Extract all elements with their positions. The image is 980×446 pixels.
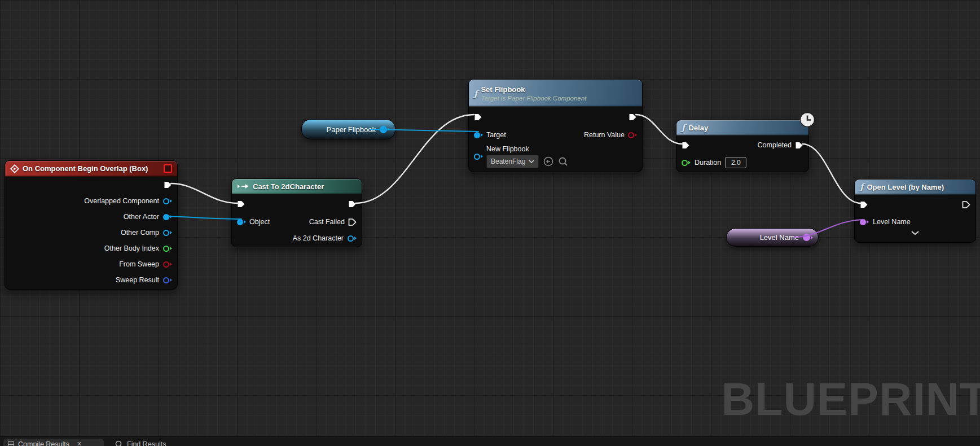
- exec-in-pin[interactable]: [237, 200, 245, 208]
- flipbook-asset-value: BeatenFlag: [491, 158, 525, 165]
- cast-icon: [237, 183, 249, 190]
- pin-label: Overlapped Component: [84, 197, 159, 205]
- event-node-title: On Component Begin Overlap (Box): [23, 164, 148, 173]
- pin-label: Completed: [758, 141, 792, 149]
- node-on-component-begin-overlap[interactable]: On Component Begin Overlap (Box) Overlap…: [5, 160, 178, 290]
- exec-wire-delay-to-openlevel[interactable]: [802, 144, 861, 203]
- pin-label: Cast Failed: [309, 218, 345, 226]
- paper-flipbook-out-pin[interactable]: [380, 126, 390, 133]
- pin-label: As 2d Character: [293, 234, 344, 242]
- node-open-level[interactable]: ƒ Open Level (by Name) Level Name: [854, 179, 976, 243]
- node-delay[interactable]: ƒ Delay Completed Duration 2.0: [676, 120, 809, 172]
- exec-in-pin[interactable]: [682, 141, 690, 150]
- pin-label: From Sweep: [119, 260, 159, 268]
- pin-row: Other Comp: [5, 225, 177, 241]
- pin-row: Sweep Result: [5, 272, 177, 288]
- delay-header[interactable]: ƒ Delay: [676, 120, 808, 135]
- exec-out-pin[interactable]: [962, 200, 970, 209]
- object-pin[interactable]: [237, 219, 246, 225]
- data-wire-otheractor-to-object[interactable]: [169, 216, 241, 219]
- open-level-title: Open Level (by Name): [867, 183, 944, 191]
- browse-asset-icon[interactable]: [558, 156, 568, 167]
- pin-label: Duration: [695, 159, 721, 167]
- pin-label: Other Body Index: [104, 244, 159, 252]
- duration-value-input[interactable]: 2.0: [725, 157, 746, 168]
- level-name-pin[interactable]: [860, 219, 869, 225]
- sweep-result-pin[interactable]: [163, 277, 172, 283]
- set-flipbook-subtitle: Target is Paper Flipbook Component: [481, 94, 586, 102]
- function-icon: ƒ: [682, 124, 685, 132]
- variable-level-name[interactable]: Level Name: [726, 228, 819, 247]
- pin-label: Sweep Result: [116, 276, 159, 284]
- new-flipbook-pin[interactable]: [474, 154, 483, 160]
- exec-in-pin[interactable]: [474, 113, 482, 121]
- blueprint-watermark: BLUEPRINT: [722, 377, 980, 422]
- expand-advanced-pins-icon[interactable]: [911, 230, 920, 235]
- use-selected-asset-icon[interactable]: [543, 156, 553, 167]
- completed-exec-pin[interactable]: [795, 141, 803, 150]
- flipbook-asset-dropdown[interactable]: BeatenFlag: [486, 155, 539, 168]
- other-actor-pin[interactable]: [163, 214, 172, 220]
- exec-out-pin[interactable]: [629, 113, 637, 121]
- from-sweep-pin[interactable]: [163, 261, 172, 268]
- other-body-index-pin[interactable]: [163, 246, 172, 252]
- level-name-out-pin[interactable]: [803, 234, 813, 241]
- as-2d-character-pin[interactable]: [348, 235, 357, 242]
- pin-label: Other Comp: [121, 229, 159, 237]
- close-icon[interactable]: ✕: [77, 440, 82, 446]
- pin-row: Other Body Index: [5, 241, 177, 256]
- cast-failed-exec-pin[interactable]: [348, 218, 357, 226]
- delay-title: Delay: [688, 124, 708, 132]
- duration-pin[interactable]: [682, 160, 691, 166]
- pin-row: Other Actor: [5, 209, 177, 225]
- overlapped-component-pin[interactable]: [163, 198, 172, 204]
- pin-label: Target: [486, 131, 506, 139]
- exec-wire-event-to-cast[interactable]: [171, 183, 238, 203]
- compile-tab-label: Compile Results: [18, 440, 69, 446]
- node-cast-to-2dcharacter[interactable]: Cast To 2dCharacter Object Cast Failed A…: [231, 178, 362, 247]
- blueprint-graph-canvas[interactable]: On Component Begin Overlap (Box) Overlap…: [0, 0, 980, 446]
- latent-clock-icon: [799, 112, 815, 128]
- open-level-header[interactable]: ƒ Open Level (by Name): [855, 180, 975, 195]
- tab-find-results[interactable]: Find Results: [115, 440, 166, 446]
- function-icon: ƒ: [474, 90, 477, 98]
- bottom-panel-bar: Compile Results ✕ Find Results: [0, 436, 980, 446]
- find-tab-label: Find Results: [127, 440, 166, 446]
- search-icon: [115, 440, 123, 446]
- pin-label: New Flipbook: [486, 145, 568, 153]
- variable-label: Level Name: [760, 233, 799, 242]
- pin-label: Other Actor: [124, 213, 159, 221]
- pin-label: Object: [249, 218, 270, 226]
- target-pin[interactable]: [474, 132, 483, 138]
- exec-in-pin[interactable]: [860, 200, 868, 209]
- pin-row: Overlapped Component: [5, 193, 177, 209]
- cast-node-title: Cast To 2dCharacter: [253, 182, 324, 191]
- tab-compile-results[interactable]: Compile Results ✕: [3, 439, 104, 446]
- bound-component-icon: [164, 164, 172, 173]
- chevron-down-icon: [529, 160, 534, 163]
- variable-paper-flipbook[interactable]: Paper Flipbook: [301, 119, 395, 139]
- variable-label: Paper Flipbook: [327, 125, 376, 134]
- cast-node-header[interactable]: Cast To 2dCharacter: [232, 179, 362, 194]
- event-icon: [10, 164, 19, 173]
- other-comp-pin[interactable]: [163, 230, 172, 236]
- node-set-flipbook[interactable]: ƒ Set Flipbook Target is Paper Flipbook …: [468, 79, 643, 172]
- event-node-header[interactable]: On Component Begin Overlap (Box): [5, 161, 177, 177]
- compile-results-icon: [8, 441, 14, 446]
- return-value-pin[interactable]: [628, 132, 637, 138]
- exec-out-pin[interactable]: [164, 181, 172, 189]
- function-icon: ƒ: [860, 183, 863, 191]
- exec-out-pin[interactable]: [348, 200, 357, 208]
- pin-label: Return Value: [584, 131, 625, 139]
- pin-label: Level Name: [873, 218, 911, 226]
- pin-row: From Sweep: [5, 256, 177, 272]
- set-flipbook-title: Set Flipbook: [481, 85, 586, 94]
- set-flipbook-header[interactable]: ƒ Set Flipbook Target is Paper Flipbook …: [469, 80, 642, 107]
